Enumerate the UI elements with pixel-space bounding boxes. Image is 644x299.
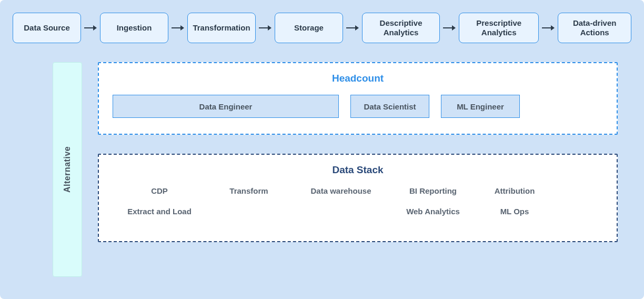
svg-marker-1 <box>93 25 97 31</box>
data-stack-panel: Data Stack CDP Transform Data warehouse … <box>98 154 618 242</box>
stack-item-transform: Transform <box>204 186 294 195</box>
headcount-panel: Headcount Data Engineer Data Scientist M… <box>98 62 618 135</box>
svg-marker-11 <box>551 25 555 31</box>
arrow-icon <box>172 24 184 32</box>
role-data-scientist: Data Scientist <box>350 95 429 118</box>
svg-marker-9 <box>452 25 456 31</box>
pipeline-step-descriptive-analytics: Descriptive Analytics <box>362 13 440 43</box>
arrow-icon <box>443 24 456 32</box>
arrow-icon <box>259 24 271 32</box>
stack-item-attribution: Attribution <box>478 186 551 195</box>
role-data-engineer: Data Engineer <box>113 95 339 118</box>
stack-item-data-warehouse: Data warehouse <box>294 186 388 195</box>
pipeline-row: Data Source Ingestion Transformation Sto… <box>11 13 633 43</box>
lower-area: Alternative Headcount Data Engineer Data… <box>11 62 633 277</box>
data-stack-title: Data Stack <box>99 164 617 176</box>
stack-item-bi-reporting: BI Reporting <box>388 186 478 195</box>
diagram-canvas: Data Source Ingestion Transformation Sto… <box>0 0 644 299</box>
role-ml-engineer: ML Engineer <box>441 95 520 118</box>
roles-row: Data Engineer Data Scientist ML Engineer <box>99 95 617 134</box>
stack-item-web-analytics: Web Analytics <box>388 207 478 216</box>
arrow-icon <box>84 24 97 32</box>
stack-item-cdp: CDP <box>115 186 204 195</box>
data-stack-row-1: CDP Transform Data warehouse BI Reportin… <box>115 186 601 195</box>
pipeline-step-prescriptive-analytics: Prescriptive Analytics <box>459 13 539 43</box>
headcount-title: Headcount <box>99 73 617 84</box>
svg-marker-3 <box>180 25 184 31</box>
stack-item-extract-and-load: Extract and Load <box>115 207 204 216</box>
svg-marker-5 <box>268 25 271 31</box>
pipeline-step-storage: Storage <box>275 13 343 43</box>
pipeline-step-data-driven-actions: Data-driven Actions <box>558 13 631 43</box>
panels-column: Headcount Data Engineer Data Scientist M… <box>98 62 618 277</box>
data-stack-row-2: Extract and Load Web Analytics ML Ops <box>115 207 601 216</box>
data-stack-body: CDP Transform Data warehouse BI Reportin… <box>99 186 617 241</box>
pipeline-step-transformation: Transformation <box>187 13 256 43</box>
stack-item-ml-ops: ML Ops <box>478 207 551 216</box>
alternative-label: Alternative <box>53 62 82 277</box>
pipeline-step-ingestion: Ingestion <box>100 13 168 43</box>
arrow-icon <box>542 24 555 32</box>
pipeline-step-data-source: Data Source <box>13 13 81 43</box>
svg-marker-7 <box>355 25 359 31</box>
arrow-icon <box>346 24 359 32</box>
